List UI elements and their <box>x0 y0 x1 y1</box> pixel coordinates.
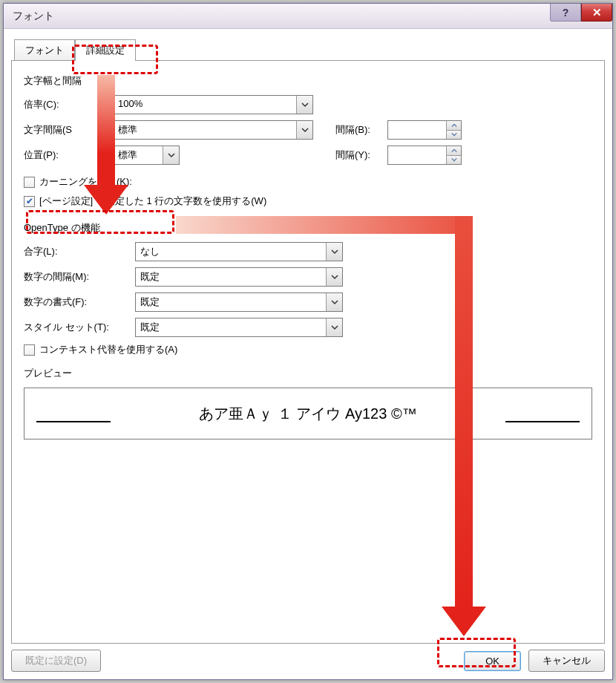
chevron-down-icon[interactable] <box>326 268 342 286</box>
num-forms-label: 数字の書式(F): <box>24 295 135 309</box>
tab-advanced[interactable]: 詳細設定 <box>75 39 136 61</box>
help-button[interactable]: ? <box>550 4 581 22</box>
kerning-checkbox[interactable] <box>24 177 35 188</box>
cancel-button[interactable]: キャンセル <box>528 650 605 672</box>
num-spacing-combo[interactable]: 既定 <box>135 267 343 287</box>
ok-button[interactable]: OK <box>464 651 521 671</box>
spacing-label: 文字間隔(S <box>24 123 113 137</box>
chevron-down-icon[interactable] <box>163 146 179 164</box>
preview-box: あア亜Ａｙ １ アイウ Ay123 ©™ <box>24 388 592 439</box>
tab-font[interactable]: フォント <box>14 39 75 61</box>
contextual-alt-label: コンテキスト代替を使用する(A) <box>39 343 177 356</box>
use-page-chars-label: [ページ設定] で指定した 1 行の文字数を使用する(W) <box>39 195 266 208</box>
tab-panel-advanced: 文字幅と間隔 倍率(C): 100% 文字間隔(S 標準 間隔(B): <box>11 60 605 644</box>
chevron-down-icon[interactable] <box>326 318 342 336</box>
close-button[interactable]: ✕ <box>581 4 612 22</box>
spinner-arrows[interactable] <box>446 121 461 139</box>
num-forms-combo[interactable]: 既定 <box>135 293 343 312</box>
use-page-chars-checkbox[interactable] <box>24 196 35 207</box>
contextual-alt-checkbox[interactable] <box>24 344 35 356</box>
chevron-down-icon[interactable] <box>296 121 312 139</box>
spinner-down-icon <box>447 156 461 165</box>
num-spacing-value: 既定 <box>136 268 326 286</box>
font-dialog-window: フォント ? ✕ フォント 詳細設定 文字幅と間隔 倍率(C): 100% 文字… <box>3 3 613 680</box>
scale-value: 100% <box>114 96 296 114</box>
preview-sample-text: あア亜Ａｙ １ アイウ Ay123 ©™ <box>199 404 416 424</box>
position-label: 位置(P): <box>24 148 113 162</box>
chevron-down-icon[interactable] <box>326 243 342 261</box>
window-title: フォント <box>13 10 54 23</box>
set-default-button[interactable]: 既定に設定(D) <box>11 650 101 672</box>
preview-title: プレビュー <box>24 367 592 380</box>
spinner-down-icon <box>447 131 461 140</box>
tab-strip: フォント 詳細設定 <box>14 38 605 60</box>
spinner-up-icon <box>447 121 461 131</box>
group-opentype-title: OpenType の機能 <box>24 221 592 235</box>
chevron-down-icon[interactable] <box>326 293 342 311</box>
position-by-label: 間隔(Y): <box>335 148 387 162</box>
group-spacing-title: 文字幅と間隔 <box>24 74 592 88</box>
spacing-by-value <box>388 121 446 139</box>
dialog-footer: 既定に設定(D) OK キャンセル <box>11 644 605 672</box>
ligatures-combo[interactable]: なし <box>135 242 343 261</box>
window-buttons: ? ✕ <box>550 4 612 23</box>
preview-underline-left <box>36 421 111 422</box>
spacing-by-spinner[interactable] <box>387 120 462 140</box>
spacing-combo[interactable]: 標準 <box>113 120 313 140</box>
client-area: フォント 詳細設定 文字幅と間隔 倍率(C): 100% 文字間隔(S 標準 間… <box>4 29 612 679</box>
num-forms-value: 既定 <box>136 293 326 311</box>
position-value: 標準 <box>114 146 163 164</box>
spinner-arrows[interactable] <box>446 146 461 164</box>
kerning-label: カーニングを行う(K): <box>39 175 132 189</box>
ligatures-label: 合字(L): <box>24 245 135 258</box>
position-combo[interactable]: 標準 <box>113 146 180 165</box>
style-sets-combo[interactable]: 既定 <box>135 318 343 337</box>
spacing-by-label: 間隔(B): <box>335 123 387 137</box>
preview-underline-right <box>505 421 580 422</box>
ligatures-value: なし <box>136 243 326 261</box>
spinner-up-icon <box>447 146 461 156</box>
scale-label: 倍率(C): <box>24 98 113 111</box>
chevron-down-icon[interactable] <box>296 96 312 114</box>
spacing-value: 標準 <box>114 121 296 139</box>
titlebar[interactable]: フォント ? ✕ <box>4 4 612 29</box>
position-by-spinner[interactable] <box>387 146 462 165</box>
scale-combo[interactable]: 100% <box>113 95 313 114</box>
style-sets-label: スタイル セット(T): <box>24 321 135 334</box>
num-spacing-label: 数字の間隔(M): <box>24 270 135 284</box>
style-sets-value: 既定 <box>136 318 326 336</box>
position-by-value <box>388 146 446 164</box>
